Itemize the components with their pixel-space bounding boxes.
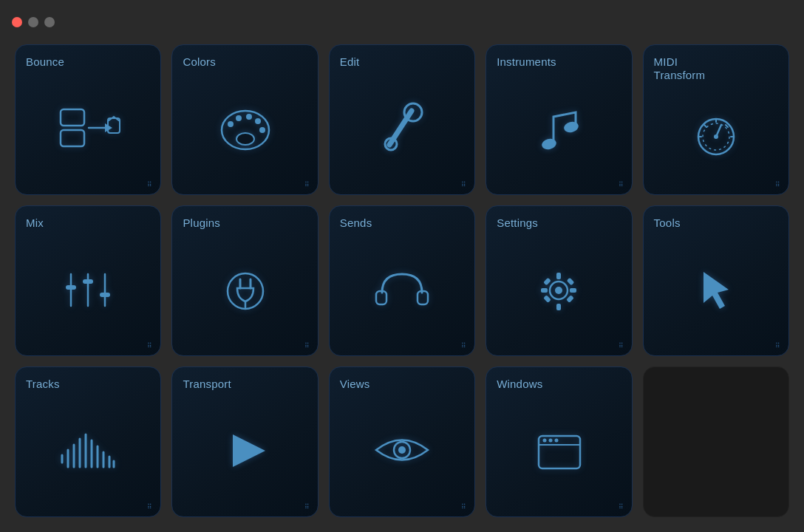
tile-midi-transform[interactable]: MIDI Transform ⠿ [643, 44, 789, 195]
edit-icon [340, 69, 464, 187]
svg-rect-31 [83, 279, 93, 284]
tracks-icon [26, 391, 150, 509]
svg-rect-42 [556, 304, 561, 310]
settings-icon [497, 230, 621, 348]
windows-grid-dots: ⠿ [619, 504, 624, 511]
tile-label-tracks: Tracks [26, 378, 60, 391]
bounce-icon [26, 69, 150, 187]
svg-rect-1 [61, 130, 84, 146]
svg-line-13 [389, 111, 412, 145]
sends-grid-dots: ⠿ [461, 343, 467, 349]
tile-label-plugins: Plugins [183, 216, 220, 230]
tile-label-colors: Colors [183, 55, 216, 69]
tile-bounce[interactable]: Bounce ⠿ [15, 44, 161, 195]
instruments-grid-dots: ⠿ [619, 182, 624, 188]
svg-rect-0 [61, 109, 84, 126]
svg-point-40 [555, 287, 562, 294]
tools-icon [654, 230, 778, 348]
tile-label-transport: Transport [183, 378, 231, 391]
tile-transport[interactable]: Transport ⠿ [171, 366, 318, 517]
tile-plugins[interactable]: Plugins ⠿ [171, 205, 318, 356]
tile-tools[interactable]: Tools ⠿ [643, 205, 789, 356]
tile-grid: Bounce ⠿ Colors [0, 44, 804, 532]
svg-point-16 [541, 137, 558, 151]
svg-rect-30 [66, 285, 76, 290]
svg-point-12 [259, 127, 265, 133]
traffic-light-green[interactable] [44, 17, 55, 27]
tile-label-edit: Edit [340, 55, 360, 69]
svg-line-24 [726, 125, 728, 127]
settings-grid-dots: ⠿ [619, 343, 624, 349]
traffic-light-yellow[interactable] [28, 17, 38, 27]
tile-tracks[interactable]: Tracks ⠿ [15, 366, 161, 517]
svg-point-67 [555, 439, 559, 443]
tile-settings[interactable]: Settings ⠿ [486, 205, 632, 356]
svg-rect-47 [544, 295, 552, 303]
tile-label-settings: Settings [497, 216, 538, 230]
svg-rect-41 [556, 273, 561, 279]
tile-views[interactable]: Views ⠿ [329, 366, 475, 517]
tile-label-bounce: Bounce [26, 55, 64, 69]
svg-point-17 [563, 120, 580, 134]
svg-rect-46 [567, 278, 575, 286]
svg-point-62 [398, 446, 406, 454]
tile-windows[interactable]: Windows ⠿ [486, 366, 632, 517]
views-icon [340, 391, 464, 509]
traffic-light-red[interactable] [12, 17, 22, 27]
tile-instruments[interactable]: Instruments ⠿ [486, 44, 632, 195]
title-bar [0, 0, 804, 44]
svg-point-9 [236, 115, 242, 121]
tracks-grid-dots: ⠿ [147, 504, 153, 511]
edit-grid-dots: ⠿ [461, 182, 467, 188]
svg-rect-43 [541, 288, 548, 293]
tile-label-tools: Tools [654, 216, 681, 230]
tile-edit[interactable]: Edit ⠿ [329, 44, 475, 195]
instruments-icon [497, 69, 621, 187]
tile-mix[interactable]: Mix ⠿ [15, 205, 161, 356]
views-grid-dots: ⠿ [461, 504, 467, 511]
mix-grid-dots: ⠿ [147, 343, 153, 349]
svg-point-66 [549, 439, 553, 443]
windows-icon [497, 391, 621, 509]
svg-marker-49 [704, 272, 729, 309]
svg-rect-44 [570, 288, 576, 293]
svg-point-11 [255, 118, 261, 124]
tile-label-sends: Sends [340, 216, 372, 230]
mix-icon [26, 230, 150, 348]
svg-marker-60 [233, 434, 265, 467]
tools-grid-dots: ⠿ [775, 343, 781, 349]
svg-rect-48 [567, 295, 575, 303]
midi-transform-grid-dots: ⠿ [775, 182, 781, 188]
svg-rect-45 [544, 278, 552, 286]
sends-icon [340, 230, 464, 348]
tile-label-midi-transform: MIDI Transform [654, 55, 706, 82]
transport-icon [183, 391, 307, 509]
colors-grid-dots: ⠿ [304, 182, 310, 188]
svg-line-23 [704, 125, 706, 127]
tile-label-views: Views [340, 378, 370, 391]
svg-point-65 [543, 439, 547, 443]
tile-label-instruments: Instruments [497, 55, 556, 69]
svg-point-26 [714, 134, 718, 139]
svg-point-8 [228, 121, 234, 127]
bounce-grid-dots: ⠿ [147, 182, 153, 188]
midi-transform-icon [654, 82, 778, 187]
tile-label-windows: Windows [497, 378, 542, 391]
plugins-icon [183, 230, 307, 348]
plugins-grid-dots: ⠿ [304, 343, 310, 349]
colors-icon [183, 69, 307, 187]
svg-rect-32 [100, 293, 110, 297]
tile-empty [643, 366, 789, 517]
tile-colors[interactable]: Colors ⠿ [171, 44, 318, 195]
tile-sends[interactable]: Sends ⠿ [329, 205, 475, 356]
tile-label-mix: Mix [26, 216, 44, 230]
transport-grid-dots: ⠿ [304, 504, 310, 511]
svg-point-10 [246, 114, 252, 120]
